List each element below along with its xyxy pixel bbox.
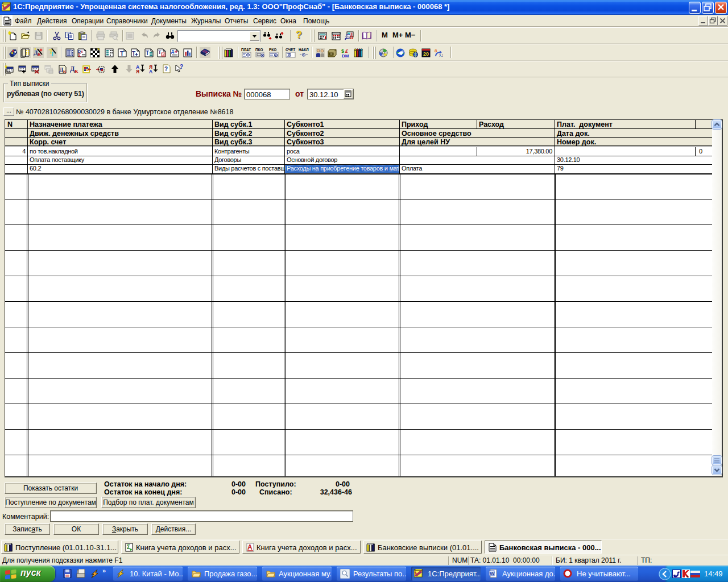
svg-text:к: к [81, 49, 83, 53]
svg-text:T: T [132, 51, 135, 57]
svg-text:н: н [175, 49, 177, 53]
svg-text:А: А [149, 69, 152, 74]
svg-text:ПКО: ПКО [255, 48, 263, 52]
svg-text:Я: Я [136, 69, 139, 74]
svg-text:Σ: Σ [78, 52, 81, 57]
svg-text:A: A [247, 543, 253, 551]
svg-text:НАКЛ: НАКЛ [299, 48, 309, 52]
svg-text:T: T [158, 49, 162, 55]
svg-text:DM: DM [342, 53, 349, 58]
svg-text:СЧЕТ: СЧЕТ [286, 48, 295, 52]
svg-text:7.7: 7.7 [439, 54, 443, 57]
svg-text:к: к [63, 68, 67, 74]
svg-text:Д: Д [171, 49, 174, 54]
svg-text:T: T [120, 50, 124, 57]
svg-text:?: ? [180, 64, 183, 70]
svg-text:d: d [162, 53, 164, 57]
svg-text:T: T [146, 50, 149, 56]
svg-text:РКО: РКО [269, 48, 276, 52]
svg-text:к: к [75, 67, 78, 74]
svg-text:ПЛАТ: ПЛАТ [241, 48, 251, 52]
svg-text:W: W [490, 571, 495, 576]
svg-text:20: 20 [423, 51, 429, 57]
svg-text:?: ? [164, 66, 168, 72]
